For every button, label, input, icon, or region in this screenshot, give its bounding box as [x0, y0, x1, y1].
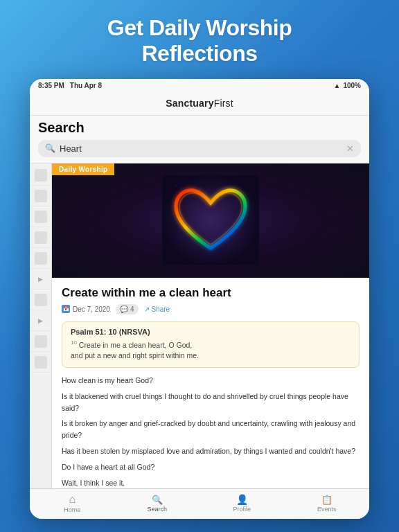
comment-icon: 💬: [120, 305, 128, 313]
app-title-bold: Sanctuary: [166, 98, 214, 109]
search-input-wrap[interactable]: 🔍 Heart ✕: [38, 140, 361, 157]
svg-point-1: [175, 184, 177, 187]
calendar-icon: 📅: [62, 305, 70, 313]
list-item[interactable]: [30, 249, 51, 269]
search-area: Search 🔍 Heart ✕: [30, 116, 369, 163]
status-time: 8:35 PM: [38, 82, 64, 89]
tab-search-label: Search: [147, 506, 167, 513]
article-meta: 📅 Dec 7, 2020 💬 4 ↗ Share: [62, 304, 360, 314]
list-item[interactable]: [30, 332, 51, 352]
main-content: ▶ ▶: [30, 163, 369, 488]
comments-count: 4: [130, 305, 134, 313]
article-text: How clean is my heart God? Is it blacken…: [62, 375, 360, 488]
search-icon: 🔍: [45, 143, 55, 153]
para-6: Wait, I think I see it.: [62, 477, 360, 488]
sidebar: ▶ ▶: [30, 163, 52, 488]
heart-illustration: [162, 175, 259, 265]
psalm-verse: 10 Create in me a clean heart, O God, an…: [71, 339, 351, 362]
header-text: Get Daily Worship Reflections: [80, 0, 320, 79]
para-5: Do I have a heart at all God?: [62, 461, 360, 473]
tab-profile[interactable]: 👤 Profile: [200, 495, 285, 513]
list-item[interactable]: [30, 208, 51, 227]
status-bar: 8:35 PM Thu Apr 8 ▲ 100%: [30, 79, 369, 93]
status-bar-left: 8:35 PM Thu Apr 8: [38, 82, 102, 89]
svg-rect-0: [162, 175, 259, 265]
tab-home[interactable]: ⌂ Home: [30, 494, 115, 513]
share-label: Share: [152, 305, 170, 313]
search-input-value[interactable]: Heart: [60, 143, 342, 154]
tab-events[interactable]: 📋 Events: [285, 495, 370, 513]
para-4: Has it been stolen by misplaced love and…: [62, 445, 360, 457]
tab-profile-label: Profile: [233, 506, 251, 513]
events-icon: 📋: [321, 495, 332, 504]
verse-number: 10: [71, 339, 77, 346]
article-body: Create within me a clean heart 📅 Dec 7, …: [52, 278, 369, 488]
battery-status: 100%: [343, 82, 361, 89]
daily-worship-badge: Daily Worship: [52, 163, 114, 175]
list-item[interactable]: ▶: [30, 312, 51, 331]
home-icon: ⌂: [69, 494, 76, 505]
tab-home-label: Home: [64, 506, 80, 513]
device-frame: 8:35 PM Thu Apr 8 ▲ 100% SanctuaryFirst …: [30, 79, 369, 519]
date-text: Dec 7, 2020: [73, 305, 110, 313]
list-item[interactable]: [30, 291, 51, 310]
tab-search[interactable]: 🔍 Search: [115, 495, 200, 513]
search-tab-icon: 🔍: [152, 495, 163, 504]
wifi-icon: ▲: [334, 82, 341, 89]
share-button[interactable]: ↗ Share: [144, 305, 170, 313]
psalm-title: Psalm 51: 10 (NRSVA): [71, 328, 351, 336]
tab-bar: ⌂ Home 🔍 Search 👤 Profile 📋 Events: [30, 488, 369, 519]
para-1: How clean is my heart God?: [62, 375, 360, 387]
tab-events-label: Events: [317, 506, 337, 513]
header-line1: Get Daily Worship: [107, 15, 292, 40]
psalm-box: Psalm 51: 10 (NRSVA) 10 Create in me a c…: [62, 321, 360, 368]
search-label: Search: [38, 120, 361, 136]
comments-badge[interactable]: 💬 4: [116, 304, 139, 314]
status-bar-right: ▲ 100%: [334, 82, 361, 89]
para-3: Is it broken by anger and grief-cracked …: [62, 418, 360, 441]
list-item[interactable]: [30, 166, 51, 186]
app-title-light: First: [214, 98, 233, 109]
list-item[interactable]: [30, 229, 51, 248]
share-icon: ↗: [144, 305, 150, 313]
search-clear-icon[interactable]: ✕: [346, 143, 354, 154]
app-header: SanctuaryFirst: [30, 93, 369, 116]
svg-point-3: [203, 181, 204, 183]
status-date: Thu Apr 8: [70, 82, 102, 89]
article-image-wrap: Daily Worship: [52, 163, 369, 278]
app-title: SanctuaryFirst: [166, 98, 233, 109]
para-2: Is it blackened with cruel things I thou…: [62, 391, 360, 414]
header-line2: Reflections: [142, 41, 258, 66]
article-date: 📅 Dec 7, 2020: [62, 305, 110, 313]
list-item[interactable]: ▶: [30, 270, 51, 290]
article-image-bg: [52, 163, 369, 278]
article-title: Create within me a clean heart: [62, 286, 360, 300]
list-item[interactable]: [30, 353, 51, 373]
list-item[interactable]: [30, 187, 51, 206]
article-area: Daily Worship Create within me a clean h…: [52, 163, 369, 488]
profile-icon: 👤: [236, 495, 248, 504]
